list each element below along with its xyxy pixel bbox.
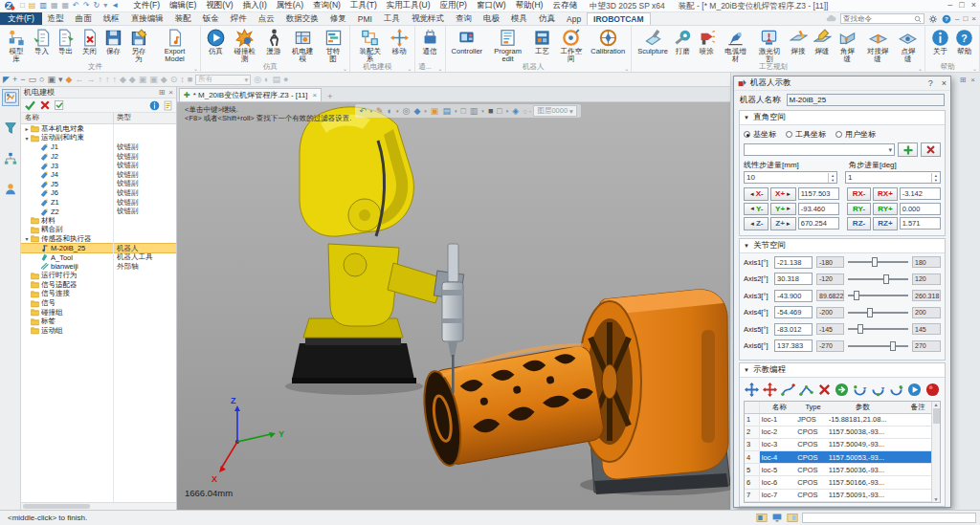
doc-minimize-button[interactable]: – <box>955 14 959 24</box>
menu-item-2[interactable]: 视图(V) <box>201 0 237 11</box>
tree-item-Z1[interactable]: Z1铰链副 <box>21 198 176 208</box>
jog-X--button[interactable]: ◄X- <box>744 187 768 201</box>
ribbon-tab-16[interactable]: 仿真 <box>533 12 561 25</box>
doc-close-button[interactable]: × <box>971 14 976 24</box>
teach-move-blue-button[interactable] <box>744 382 759 398</box>
open-file-icon[interactable]: ▤ <box>29 1 36 11</box>
viewport-3d[interactable]: Z Y X <单击中键>继续. <F8> 或者<Shift+roll> 查找下一… <box>177 102 730 510</box>
coord-radio-2[interactable]: 用户坐标 <box>835 129 876 140</box>
ribbon-tab-1[interactable]: 曲面 <box>70 12 98 25</box>
ribbon-tab-12[interactable]: 视觉样式 <box>406 12 450 25</box>
tree-item-Z2[interactable]: Z2铰链副 <box>21 207 176 216</box>
ribbon-tab-4[interactable]: 装配 <box>169 12 197 25</box>
tree-item-J6[interactable]: J6铰链副 <box>21 188 176 198</box>
search-icon[interactable] <box>914 15 922 23</box>
panel-dock-icon[interactable]: ⊞ <box>159 88 166 97</box>
slider-thumb[interactable] <box>890 341 896 351</box>
coord-radio-1[interactable]: 工具坐标 <box>786 129 826 140</box>
settings-gear-icon[interactable] <box>928 14 938 24</box>
rotation-value-2[interactable]: 1.571 <box>900 217 941 230</box>
tree-item-标签[interactable]: 标签 <box>21 317 176 326</box>
pick-plus-icon[interactable]: + <box>12 74 17 86</box>
entity-filter-combo[interactable]: 所有▾ <box>195 75 251 85</box>
apply-check-doc-icon[interactable] <box>54 99 65 111</box>
coord-radio-0[interactable]: 基坐标 <box>744 129 776 140</box>
tree-item-信号适配器[interactable]: 信号适配器 <box>21 280 176 290</box>
chevron-down-icon[interactable]: ▾ <box>455 108 457 114</box>
tree-column-type[interactable]: 类型 <box>113 113 176 123</box>
ribbon-button-1-4[interactable]: 甘特图 <box>320 28 346 64</box>
ribbon-button-2-1[interactable]: 移动 <box>388 28 412 64</box>
add-coord-button[interactable] <box>898 142 918 157</box>
axis-value-input[interactable]: 30.318 <box>774 273 813 285</box>
save-file-icon[interactable]: ▥ <box>39 1 47 11</box>
ribbon-tab-11[interactable]: 工具 <box>378 12 406 25</box>
pick-circle-icon[interactable]: ○ <box>39 74 44 86</box>
slider-thumb[interactable] <box>883 274 889 284</box>
report-doc-icon[interactable] <box>163 100 173 111</box>
ribbon-button-0-3[interactable]: 关闭 <box>78 28 101 64</box>
chevron-down-icon[interactable]: ▾ <box>424 108 427 114</box>
tree-item-耦合副[interactable]: 耦合副 <box>21 226 176 235</box>
info-icon[interactable] <box>149 100 160 111</box>
zoom-window-icon[interactable]: □ <box>460 105 465 117</box>
dialog-launcher-icon[interactable]: ⌄ <box>343 65 347 72</box>
tree-item-J4[interactable]: J4铰链副 <box>21 170 176 180</box>
jog-X+-button[interactable]: X+► <box>770 187 795 201</box>
ribbon-button-0-5[interactable]: 另存为 <box>125 28 152 64</box>
axis-slider[interactable] <box>848 340 908 352</box>
menu-item-7[interactable]: 实用工具(U) <box>382 0 435 11</box>
coord-system-combo[interactable]: ▾ <box>744 143 895 156</box>
teach-line-path-button[interactable] <box>798 382 813 398</box>
strip-mecha-manager-icon[interactable] <box>2 89 19 106</box>
ribbon-button-5-1[interactable]: 打磨 <box>671 28 695 64</box>
tree-item-传感器和执行器[interactable]: ▾传感器和执行器 <box>21 234 176 244</box>
ribbon-tab-15[interactable]: 模具 <box>505 12 533 25</box>
ribbon-tab-3[interactable]: 直接编辑 <box>125 12 169 25</box>
ribbon-button-6-1[interactable]: ?帮助 <box>952 28 976 56</box>
teach-point-row-loc-1[interactable]: 1loc-1JPOS-15.88181,21.08... <box>745 414 940 427</box>
axis-slider[interactable] <box>848 323 908 335</box>
tree-item-运动组[interactable]: 运动组 <box>21 326 176 336</box>
section-joint-header[interactable]: ▼关节空间 <box>740 239 945 253</box>
menu-item-1[interactable]: 编辑(E) <box>165 0 201 11</box>
tree-item-M-20iB_25[interactable]: M-20iB_25机器人 <box>21 244 176 253</box>
tree-item-bianweiji[interactable]: bianweiji外部轴 <box>21 262 176 272</box>
status-input[interactable] <box>802 513 976 523</box>
teach-cycle-1-button[interactable] <box>853 382 868 398</box>
ribbon-tab-0[interactable]: 造型 <box>42 12 70 25</box>
screen-capture-icon[interactable]: ▥ <box>470 105 479 117</box>
dialog-help-button[interactable]: ? <box>928 78 933 88</box>
new-doc-icon[interactable]: □ <box>20 1 25 11</box>
pick-rect-icon[interactable]: ▭ <box>28 74 36 86</box>
tab-irobotcam[interactable]: IROBOTCAM <box>587 12 650 25</box>
cartesian-value-1[interactable]: -93.460 <box>798 203 839 215</box>
menu-item-10[interactable]: 帮助(H) <box>511 0 548 11</box>
paint-style-icon[interactable]: ✎ <box>376 105 384 117</box>
dialog-close-button[interactable]: × <box>942 78 947 88</box>
jog-RX+-button[interactable]: RX+ <box>873 187 897 201</box>
appearance-icon[interactable]: ◈ <box>512 105 519 117</box>
tree-item-信号连接[interactable]: 信号连接 <box>21 290 176 299</box>
cartesian-value-2[interactable]: 670.254 <box>798 217 839 230</box>
pick-dropdown-icon[interactable]: ▾ <box>58 74 63 86</box>
table-column-header[interactable]: 名称 <box>760 403 797 412</box>
ribbon-button-5-8[interactable]: 对接焊缝 <box>861 28 895 64</box>
tree-column-name[interactable]: 名称 <box>21 113 113 123</box>
teach-move-red-button[interactable] <box>762 382 777 398</box>
teach-step-green-button[interactable] <box>835 382 850 398</box>
axis-slider[interactable] <box>848 290 908 301</box>
ribbon-button-4-2[interactable]: 工艺 <box>530 28 554 64</box>
regen-icon[interactable]: ↻ <box>94 1 100 11</box>
ribbon-button-4-4[interactable]: Calibration <box>588 28 628 64</box>
iso-view-icon[interactable]: ◆ <box>413 105 420 117</box>
ribbon-tab-6[interactable]: 焊件 <box>225 12 253 25</box>
jog-Y+-button[interactable]: Y+► <box>770 203 795 216</box>
menu-item-6[interactable]: 工具(T) <box>345 0 382 11</box>
chevron-down-icon[interactable]: ▾ <box>506 108 509 114</box>
jog-RY--button[interactable]: RY- <box>847 203 871 216</box>
chevron-down-icon[interactable]: ▾ <box>481 108 484 114</box>
menu-item-0[interactable]: 文件(F) <box>128 0 165 11</box>
teach-delete-x-button[interactable] <box>816 382 832 398</box>
teach-point-row-loc-4[interactable]: 4loc-4CPOS1157.50053,-93... <box>745 451 940 464</box>
